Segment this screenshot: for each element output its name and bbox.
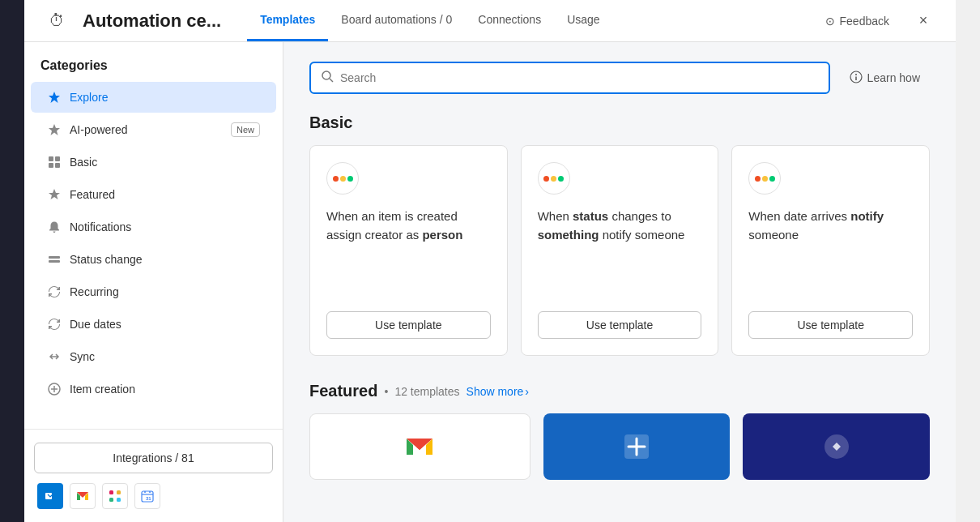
learn-how-icon: [850, 71, 863, 86]
svg-rect-15: [117, 498, 121, 502]
template-card-2: When status changes to something notify …: [521, 145, 719, 356]
show-more-chevron: ›: [525, 385, 529, 398]
featured-cards-row: [309, 413, 930, 480]
main-content: Learn how Basic When an ite: [283, 42, 956, 522]
svg-marker-4: [49, 189, 60, 199]
show-more-label: Show more: [467, 385, 524, 398]
status-change-label: Status change: [70, 253, 260, 266]
recurring-label: Recurring: [70, 285, 260, 298]
notifications-label: Notifications: [70, 220, 260, 233]
featured-card-gmail: [309, 413, 530, 480]
explore-label: Explore: [70, 91, 260, 104]
categories-title: Categories: [24, 42, 283, 81]
due-dates-label: Due dates: [70, 318, 260, 331]
featured-count: 12 templates: [394, 385, 459, 398]
gmail-icon: [70, 483, 96, 509]
categories-sidebar: Categories Explore AI-powered New: [24, 42, 283, 522]
show-more-link[interactable]: Show more ›: [467, 385, 529, 398]
card-text-3: When date arrives notify someone: [748, 208, 913, 298]
use-template-button-3[interactable]: Use template: [748, 311, 913, 339]
calendar-icon: 31: [134, 483, 160, 509]
svg-line-22: [330, 79, 333, 82]
sidebar-item-recurring[interactable]: Recurring: [31, 276, 276, 307]
app-sidebar: [0, 0, 24, 522]
basic-label: Basic: [70, 156, 260, 169]
item-creation-icon: [47, 382, 62, 396]
card-text-2: When status changes to something notify …: [538, 208, 702, 298]
tab-usage[interactable]: Usage: [554, 0, 612, 41]
outlook-icon: [37, 483, 63, 509]
featured-card-blue: [543, 413, 731, 480]
svg-point-24: [855, 74, 857, 75]
svg-rect-14: [117, 490, 121, 494]
item-creation-label: Item creation: [70, 383, 260, 396]
svg-point-21: [322, 71, 330, 79]
template-card-1: When an item is created assign creator a…: [309, 145, 508, 356]
featured-bullet: •: [384, 385, 388, 398]
basic-cards-row: When an item is created assign creator a…: [309, 145, 930, 356]
sidebar-item-ai-powered[interactable]: AI-powered New: [31, 114, 276, 145]
status-change-icon: [47, 252, 62, 267]
learn-how-label: Learn how: [867, 71, 920, 84]
page-title: Automation ce...: [83, 11, 221, 32]
learn-how-button[interactable]: Learn how: [840, 64, 930, 92]
sidebar-item-explore[interactable]: Explore: [31, 82, 276, 113]
svg-rect-0: [49, 156, 53, 161]
tab-connections[interactable]: Connections: [465, 0, 554, 41]
sidebar-item-notifications[interactable]: Notifications: [31, 212, 276, 242]
featured-label: Featured: [70, 188, 260, 201]
automation-icon: ⏱: [44, 8, 70, 34]
notifications-icon: [47, 220, 62, 234]
template-card-3: When date arrives notify someone Use tem…: [731, 145, 930, 356]
ai-label: AI-powered: [70, 123, 223, 136]
explore-icon: [47, 90, 62, 105]
right-bg: [956, 0, 980, 522]
sidebar-item-featured[interactable]: Featured: [31, 179, 276, 210]
header-tabs: Templates Board automations / 0 Connecti…: [247, 0, 613, 41]
new-badge: New: [231, 122, 260, 137]
search-input[interactable]: [340, 71, 819, 84]
sidebar-item-item-creation[interactable]: Item creation: [31, 374, 276, 404]
use-template-button-2[interactable]: Use template: [538, 311, 702, 339]
sidebar-bottom: Integrations / 81: [24, 429, 283, 522]
search-wrapper: [309, 62, 830, 94]
svg-rect-6: [49, 260, 60, 263]
card-logo-3: [748, 162, 781, 195]
close-button[interactable]: ×: [910, 8, 936, 34]
basic-section-title: Basic: [309, 113, 930, 132]
svg-rect-3: [55, 163, 60, 168]
svg-rect-13: [109, 498, 113, 502]
tab-templates[interactable]: Templates: [247, 0, 328, 41]
modal-overlay: ⏱ Automation ce... Templates Board autom…: [24, 0, 956, 522]
sidebar-item-status-change[interactable]: Status change: [31, 244, 276, 275]
search-icon: [321, 70, 334, 86]
basic-icon: [47, 155, 62, 169]
sidebar-item-due-dates[interactable]: Due dates: [31, 309, 276, 340]
due-dates-icon: [47, 317, 62, 332]
svg-rect-12: [109, 490, 113, 494]
svg-text:31: 31: [146, 496, 151, 501]
card-logo-2: [538, 162, 570, 195]
integration-icons: 31: [34, 483, 273, 509]
feedback-label: Feedback: [840, 15, 889, 28]
svg-rect-5: [49, 256, 60, 259]
svg-rect-2: [49, 163, 53, 168]
featured-card-dark: [743, 413, 930, 480]
recurring-icon: [47, 285, 62, 299]
sidebar-item-sync[interactable]: Sync: [31, 341, 276, 372]
sync-label: Sync: [70, 350, 260, 363]
feedback-icon: ⊙: [825, 15, 835, 28]
modal-body: Categories Explore AI-powered New: [24, 42, 956, 522]
sidebar-item-basic[interactable]: Basic: [31, 147, 276, 178]
ai-icon: [47, 122, 62, 137]
tab-board-automations[interactable]: Board automations / 0: [328, 0, 465, 41]
svg-rect-1: [55, 156, 60, 161]
featured-section-title: Featured: [309, 382, 377, 400]
integrations-button[interactable]: Integrations / 81: [34, 443, 273, 473]
card-logo-1: [326, 162, 359, 195]
card-text-1: When an item is created assign creator a…: [326, 208, 491, 298]
featured-icon: [47, 187, 62, 202]
use-template-button-1[interactable]: Use template: [326, 311, 491, 339]
modal-header: ⏱ Automation ce... Templates Board autom…: [24, 0, 956, 42]
feedback-button[interactable]: ⊙ Feedback: [817, 10, 897, 32]
